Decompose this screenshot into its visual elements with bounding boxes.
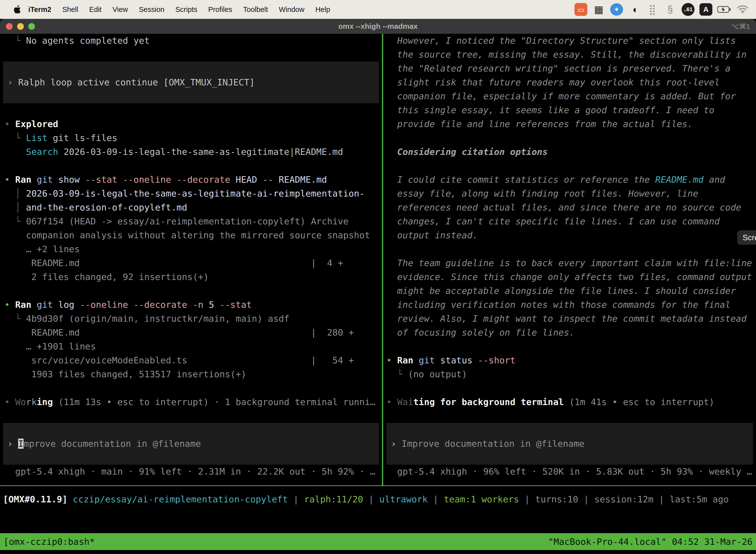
terminal-line: └ 067f154 (HEAD -> essay/ai-reimplementa… xyxy=(0,214,382,228)
terminal-line: README.md | 280 + xyxy=(0,326,382,340)
blue-badge-icon[interactable]: ✦ xyxy=(610,3,623,16)
screen-share-chip[interactable]: Scre xyxy=(737,230,756,245)
terminal-line: Search 2026-03-09-is-legal-the-same-as-l… xyxy=(0,145,382,159)
terminal-line: • Ran git log --oneline --decorate -n 5 … xyxy=(0,298,382,312)
terminal-line xyxy=(386,451,753,465)
chat-bubble-icon[interactable]: ▭ xyxy=(574,3,587,16)
tmux-pane-divider xyxy=(382,34,383,486)
terminal-line xyxy=(3,89,379,103)
terminal-line: └ List git ls-files xyxy=(0,131,382,145)
terminal-line xyxy=(3,423,379,437)
desktop: iTerm2ShellEditViewSessionScriptsProfile… xyxy=(0,0,756,554)
terminal-line: └ No agents completed yet xyxy=(0,34,382,48)
terminal-line xyxy=(3,62,379,75)
terminal-line: The team guideline is to back every impo… xyxy=(383,256,756,270)
terminal-line: 1903 files changed, 513517 insertions(+) xyxy=(0,367,382,381)
terminal-line: provide file and line references from th… xyxy=(383,117,756,131)
terminal-line: › Improve documentation in @filename xyxy=(3,437,379,451)
menu-item-profiles[interactable]: Profiles xyxy=(208,5,233,14)
terminal-line: › Ralph loop active continue [OMX_TMUX_I… xyxy=(3,75,379,89)
terminal-line: changes, I can't cite specific file line… xyxy=(383,214,756,228)
terminal-line: slight risk that future readers may over… xyxy=(383,75,756,89)
terminal-line xyxy=(383,242,756,256)
menu-item-shell[interactable]: Shell xyxy=(62,5,78,14)
terminal-line: • Waiting for background terminal (1m 41… xyxy=(383,395,756,409)
menu-items: iTerm2ShellEditViewSessionScriptsProfile… xyxy=(28,5,330,14)
terminal-line: │ 2026-03-09-is-legal-the-same-as-legiti… xyxy=(0,187,382,201)
shield-grid-icon[interactable]: ▦ xyxy=(592,3,605,16)
terminal-line: … +2 lines xyxy=(0,242,382,256)
screen-share-chip-label: Scre xyxy=(743,233,756,242)
terminal-line: • Working (11m 13s • esc to interrupt) ·… xyxy=(0,395,382,409)
menu-item-view[interactable]: View xyxy=(112,5,128,14)
menu-item-window[interactable]: Window xyxy=(279,5,304,14)
terminal-line: references need actual files, and since … xyxy=(383,201,756,214)
kaleidoscope-icon[interactable]: ◖ xyxy=(628,3,641,16)
prompt-box[interactable]: › Improve documentation in @filename xyxy=(386,423,753,465)
menu-bar-status-icons: ▭▦✦◖⣿§..61A xyxy=(574,3,749,16)
terminal-line: └ (no output) xyxy=(383,367,756,381)
window-shortcut-hint: ⌥⌘1 xyxy=(731,22,750,31)
terminal-line: review. Also, I might want to inspect th… xyxy=(383,312,756,326)
apple-menu-icon[interactable] xyxy=(11,5,23,14)
terminal-line: • Ran git show --stat --oneline --decora… xyxy=(0,173,382,187)
terminal-line: • Explored xyxy=(0,117,382,131)
menu-item-scripts[interactable]: Scripts xyxy=(175,5,197,14)
omx-status-line: [OMX#0.11.9] cczip/essay/ai-reimplementa… xyxy=(0,492,756,506)
menu-item-iterm2[interactable]: iTerm2 xyxy=(28,5,51,14)
menu-item-edit[interactable]: Edit xyxy=(89,5,102,14)
wifi-icon[interactable] xyxy=(736,3,749,16)
dots-grid-icon[interactable]: ⣿ xyxy=(646,3,659,16)
menu-bar: iTerm2ShellEditViewSessionScriptsProfile… xyxy=(0,0,756,19)
terminal-line: │ and-the-erosion-of-copyleft.md xyxy=(0,201,382,214)
zoom-button[interactable] xyxy=(28,23,35,30)
omx-separator-line xyxy=(0,486,756,486)
squiggle-icon[interactable]: § xyxy=(664,3,677,16)
terminal-line: gpt-5.4 xhigh · main · 91% left · 2.31M … xyxy=(0,465,382,479)
menu-item-help[interactable]: Help xyxy=(315,5,330,14)
terminal-line: companion analysis without altering the … xyxy=(0,228,382,242)
minimize-button[interactable] xyxy=(17,23,24,30)
terminal-line: of focusing solely on file lines. xyxy=(383,326,756,340)
terminal-line xyxy=(383,159,756,173)
terminal-line xyxy=(0,48,382,62)
terminal-line: • Ran git status --short xyxy=(383,353,756,367)
tmux-host-clock: "MacBook-Pro-44.local" 04:52 31-Mar-26 xyxy=(548,537,753,547)
terminal-line xyxy=(3,451,379,465)
menu-item-toolbelt[interactable]: Toolbelt xyxy=(243,5,268,14)
close-button[interactable] xyxy=(6,23,13,30)
terminal-line: Considering citation options xyxy=(383,145,756,159)
terminal-line xyxy=(0,284,382,298)
terminal-line: companion file, especially if more comme… xyxy=(383,89,756,103)
terminal-line: I could cite commit statistics or refere… xyxy=(383,173,756,187)
terminal-line xyxy=(383,409,756,423)
terminal-line xyxy=(383,131,756,145)
terminal-line: this single essay, it seems like a good … xyxy=(383,103,756,117)
terminal-line xyxy=(0,103,382,117)
terminal-line: output instead. xyxy=(383,228,756,242)
terminal-line: gpt-5.4 xhigh · 96% left · 520K in · 5.8… xyxy=(383,465,756,479)
tmux-pane-right[interactable]: However, I noticed the "Directory Struct… xyxy=(383,34,756,479)
terminal[interactable]: └ No agents completed yet › Ralph loop a… xyxy=(0,34,756,554)
terminal-line: … +1901 lines xyxy=(0,340,382,353)
terminal-line: src/voice/voiceModeEnabled.ts | 54 + xyxy=(0,353,382,367)
window-title: omx --xhigh --madmax xyxy=(0,22,756,31)
tmux-status-bar: [omx-cczip0:bash* "MacBook-Pro-44.local"… xyxy=(0,533,756,550)
terminal-line: might be acceptable alongside the file l… xyxy=(383,284,756,298)
menu-item-session[interactable]: Session xyxy=(139,5,165,14)
a-square-icon[interactable]: A xyxy=(699,3,712,16)
traffic-lights xyxy=(6,23,35,30)
terminal-line xyxy=(383,340,756,353)
terminal-line: 2 files changed, 92 insertions(+) xyxy=(0,270,382,284)
terminal-line xyxy=(0,409,382,423)
badge-61-icon[interactable]: ..61 xyxy=(682,3,694,16)
tmux-session-label: [omx-cczip0:bash* xyxy=(3,537,95,547)
window-title-bar[interactable]: omx --xhigh --madmax ⌥⌘1 xyxy=(0,19,756,34)
terminal-line xyxy=(383,381,756,395)
tmux-pane-left[interactable]: └ No agents completed yet › Ralph loop a… xyxy=(0,34,382,479)
prompt-box[interactable]: › Improve documentation in @filename xyxy=(3,423,379,465)
terminal-line: › Improve documentation in @filename xyxy=(386,437,753,451)
terminal-line: However, I noticed the "Directory Struct… xyxy=(383,34,756,48)
battery-icon[interactable] xyxy=(717,3,731,16)
terminal-line xyxy=(0,381,382,395)
